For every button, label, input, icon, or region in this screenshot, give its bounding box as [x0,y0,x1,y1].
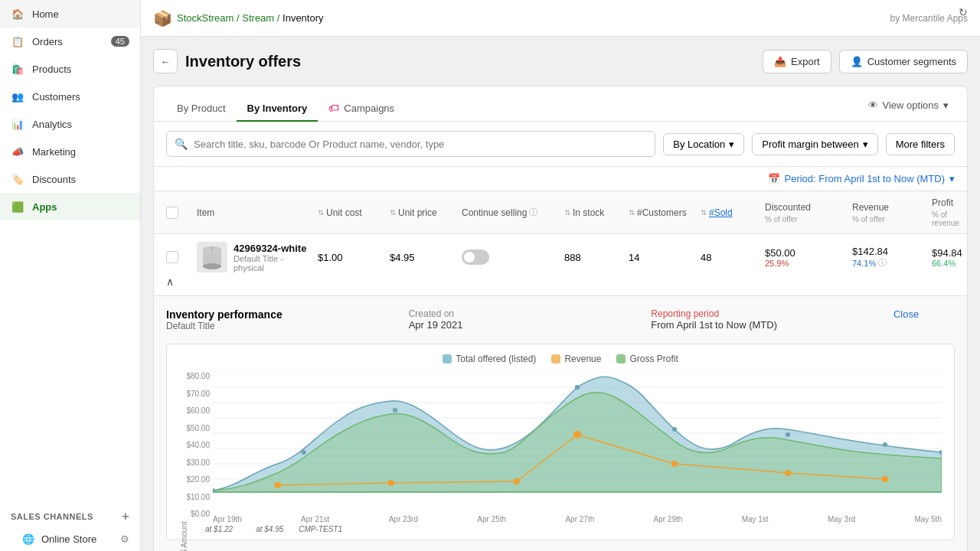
continue-selling-toggle[interactable] [462,249,489,265]
chart-annotations: at $1.22 at $4.95 CMP-TEST1 [213,523,942,533]
tab-campaigns[interactable]: 🏷 Campaigns [318,96,405,122]
inv-perf-subtitle: Default Title [166,321,401,331]
sidebar-item-customers[interactable]: 👥 Customers [0,83,140,110]
y-axis-title: $ Amount [180,521,188,551]
customers-icon: 👥 [11,90,24,103]
sidebar-item-label: Analytics [32,119,72,130]
sidebar-item-home[interactable]: 🏠 Home [0,0,140,28]
profit-cell: $94.84 66.4% [932,247,955,268]
expand-row-button[interactable]: ∧ [166,276,174,288]
sidebar-item-orders[interactable]: 📋 Orders 45 [0,28,140,55]
sort-icon: ⇅ [701,208,707,217]
item-thumbnail [197,242,227,272]
page-title: Inventory offers [185,53,301,70]
breadcrumb-stream[interactable]: Stream [242,12,274,24]
export-button[interactable]: 📤 Export [763,50,831,73]
unit-price-cell: $4.95 [390,252,459,263]
breadcrumb-inventory[interactable]: Inventory [283,12,323,24]
chart-wrapper: $80.00 $70.00 $60.00 $50.00 $40.00 $30.0… [179,372,942,533]
svg-point-2 [203,263,221,269]
orders-badge: 45 [111,36,129,47]
col-sold[interactable]: ⇅ #Sold [701,207,762,218]
main-card: By Product By Inventory 🏷 Campaigns 👁 Vi… [153,86,968,551]
chart-inner: Apr 19th Apr 21st Apr 23rd Apr 25th Apr … [213,372,942,533]
col-discounted: Discounted % of offer [765,202,849,223]
profit-margin-filter-button[interactable]: Profit margin between ▾ [752,133,877,155]
chart-container: Total offered (listed) Revenue Gross Pro… [166,344,955,540]
location-filter-button[interactable]: By Location ▾ [663,133,744,155]
search-input[interactable] [194,139,647,150]
item-cell: 42969324-white Default Title - physical [197,242,315,272]
sidebar-item-products[interactable]: 🛍️ Products [0,55,140,83]
campaign-tab-icon: 🏷 [328,102,339,114]
chart-legend: Total offered (listed) Revenue Gross Pro… [179,354,942,364]
reporting-value: From April 1st to Now (MTD) [651,319,886,331]
sold-cell: 48 [701,252,762,263]
chart-svg [213,372,942,510]
content-area: ← Inventory offers 📤 Export 👤 Customer s… [141,37,980,551]
table-row: 42969324-white Default Title - physical … [154,234,967,296]
more-filters-button[interactable]: More filters [886,133,955,155]
tab-by-product[interactable]: By Product [166,96,237,122]
table-header: Item ⇅ Unit cost ⇅ Unit price Continue s… [154,191,967,234]
col-revenue: Revenue % of offer [852,202,929,223]
legend-gross-profit: Gross Profit [616,354,678,364]
sidebar-item-label: Customers [32,91,80,103]
continue-selling-cell [462,249,561,265]
select-all-checkbox[interactable] [166,207,178,219]
sidebar-item-marketing[interactable]: 📣 Marketing [0,138,140,165]
search-icon: 🔍 [175,138,188,150]
home-icon: 🏠 [11,7,24,21]
sidebar-item-label: Home [32,8,59,20]
sidebar-item-discounts[interactable]: 🏷️ Discounts [0,165,140,193]
sidebar-nav: 🏠 Home 📋 Orders 45 🛍️ Products 👥 Custome… [0,0,140,500]
item-subtitle: Default Title - physical [234,254,315,272]
revenue-info-icon[interactable]: ⓘ [878,257,887,269]
location-filter-chevron-icon: ▾ [729,139,734,150]
back-button[interactable]: ← [153,49,178,73]
customers-cell: 14 [629,252,697,263]
col-item: Item [197,207,315,218]
product-image [198,243,226,271]
tab-by-inventory[interactable]: By Inventory [237,96,318,122]
filters-row: 🔍 By Location ▾ Profit margin between ▾ … [154,122,967,167]
col-unit-price[interactable]: ⇅ Unit price [390,207,459,218]
export-icon: 📤 [774,56,786,67]
discounted-cell: $50.00 25.9% [765,247,849,268]
topbar: 📦 StockStream / Stream / Inventory by Me… [141,0,980,37]
customer-segments-button[interactable]: 👤 Customer segments [839,50,968,73]
online-store-settings-icon[interactable]: ⚙ [120,533,129,545]
back-arrow-icon: ← [160,56,170,67]
chevron-down-icon: ▾ [943,99,949,111]
col-unit-cost[interactable]: ⇅ Unit cost [318,207,387,218]
period-bar: 📅 Period: From April 1st to Now (MTD) ▾ [154,167,967,191]
customer-segments-icon: 👤 [851,56,863,67]
sidebar-item-analytics[interactable]: 📊 Analytics [0,110,140,138]
legend-profit-dot [616,354,626,364]
legend-total-dot [443,354,452,364]
close-expanded-link[interactable]: Close [893,308,919,320]
svg-point-25 [672,427,677,432]
revenue-cell: $142.84 74.1% ⓘ [852,246,929,269]
sidebar-item-apps[interactable]: 🟩 Apps [0,193,140,220]
legend-total-offered: Total offered (listed) [443,354,536,364]
sidebar-item-online-store[interactable]: 🌐 Online Store ⚙ [0,527,140,551]
add-sales-channel-icon[interactable]: + [122,510,129,523]
period-button[interactable]: 📅 Period: From April 1st to Now (MTD) ▾ [768,173,956,184]
analytics-icon: 📊 [11,117,24,131]
col-customers[interactable]: ⇅ #Customers [629,207,697,218]
view-options-button[interactable]: 👁 View options ▾ [862,96,955,114]
reporting-label: Reporting period [651,308,886,319]
tabs-right: 👁 View options ▾ [862,96,955,120]
sales-channels-title: SALES CHANNELS + [0,500,140,527]
row-checkbox[interactable] [166,251,178,263]
created-value: Apr 19 2021 [409,319,644,331]
page-header-left: ← Inventory offers [153,49,301,73]
breadcrumb: StockStream / Stream / Inventory [177,12,324,24]
sort-icon: ⇅ [564,208,570,217]
breadcrumb-stockstream[interactable]: StockStream [177,12,234,24]
continue-selling-info-icon[interactable]: ⓘ [529,207,537,218]
sort-icon: ⇅ [629,208,635,217]
svg-point-24 [575,385,580,390]
col-in-stock[interactable]: ⇅ In stock [564,207,626,218]
